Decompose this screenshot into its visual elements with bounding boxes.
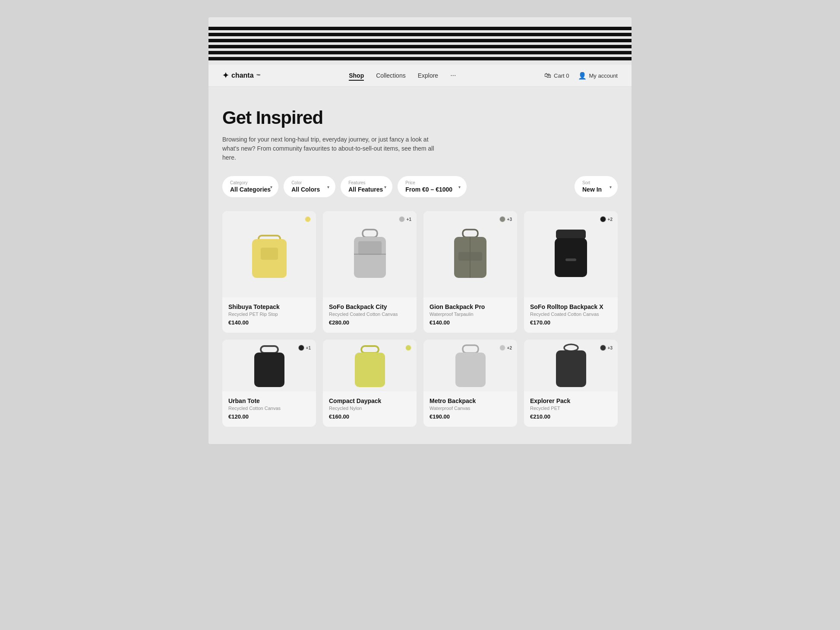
- product-info-6: Compact Daypack Recycled Nylon €160.00: [323, 391, 417, 427]
- color-swatch-7: +2: [499, 345, 512, 351]
- price-filter[interactable]: Price From €0 – €1000 ▾: [398, 176, 467, 197]
- bag-svg-7: [453, 342, 488, 389]
- color-swatch-4: +2: [600, 216, 613, 222]
- swatch-dot-3: [499, 216, 505, 222]
- sort-filter-label: Sort: [582, 180, 590, 185]
- product-card-1[interactable]: Shibuya Totepack Recycled PET Rip Stop €…: [222, 211, 316, 333]
- color-swatch-5: +1: [298, 345, 311, 351]
- color-filter-value: All Colors: [291, 186, 320, 193]
- product-name-7: Metro Backpack: [429, 397, 511, 404]
- color-swatch-6: [405, 345, 411, 351]
- product-info-5: Urban Tote Recycled Cotton Canvas €120.0…: [222, 391, 316, 427]
- svg-rect-11: [556, 230, 586, 239]
- product-price-2: €280.00: [329, 319, 411, 326]
- sort-filter-value: New In: [582, 186, 602, 193]
- account-button[interactable]: 👤 My account: [578, 72, 618, 80]
- nav-center: Shop Collections Explore ···: [349, 72, 456, 79]
- product-material-2: Recycled Coated Cotton Canvas: [329, 312, 411, 317]
- product-info-4: SoFo Rolltop Backpack X Recycled Coated …: [524, 297, 618, 333]
- swatch-extra-5: +1: [306, 346, 311, 350]
- page-wrapper: ✦ chanta™ Shop Collections Explore ··· 🛍…: [0, 0, 840, 461]
- product-name-5: Urban Tote: [228, 397, 310, 404]
- svg-rect-2: [261, 248, 278, 260]
- stripe-4: [208, 45, 632, 48]
- svg-rect-19: [455, 353, 486, 387]
- swatch-dot-7: [499, 345, 505, 351]
- product-card-2[interactable]: +1 SoFo Backpack City Recycled Coated Co…: [323, 211, 417, 333]
- color-filter-arrow: ▾: [327, 184, 329, 189]
- sort-filter[interactable]: Sort New In ▾: [575, 176, 618, 197]
- bag-svg-4: [553, 226, 589, 282]
- svg-rect-7: [463, 230, 478, 237]
- product-name-1: Shibuya Totepack: [228, 303, 310, 310]
- product-price-4: €170.00: [530, 319, 612, 326]
- product-material-7: Waterproof Canvas: [429, 406, 511, 411]
- product-card-8[interactable]: +3 Explorer Pack Recycled PET €210.00: [524, 340, 618, 427]
- bag-svg-8: [554, 342, 588, 389]
- category-filter-arrow: ▾: [270, 184, 272, 189]
- nav-shop[interactable]: Shop: [349, 72, 364, 79]
- nav-explore[interactable]: Explore: [418, 72, 438, 79]
- nav-more[interactable]: ···: [450, 72, 456, 79]
- product-material-6: Recycled Nylon: [329, 406, 411, 411]
- product-card-3[interactable]: +3 Gion Backpack Pro Waterproof Tarpauli…: [423, 211, 517, 333]
- svg-rect-14: [261, 346, 278, 353]
- svg-rect-17: [355, 353, 385, 387]
- bag-svg-2: [351, 226, 389, 282]
- svg-rect-13: [565, 258, 576, 261]
- swatch-dot-1: [305, 216, 311, 222]
- product-image-3: +3: [423, 211, 517, 297]
- product-image-8: +3: [524, 340, 618, 391]
- navbar: ✦ chanta™ Shop Collections Explore ··· 🛍…: [208, 65, 632, 87]
- product-card-6[interactable]: Compact Daypack Recycled Nylon €160.00: [323, 340, 417, 427]
- stripe-3: [208, 39, 632, 42]
- product-grid: Shibuya Totepack Recycled PET Rip Stop €…: [222, 211, 618, 427]
- category-filter-value: All Categories: [230, 186, 271, 193]
- product-name-6: Compact Daypack: [329, 397, 411, 404]
- product-name-3: Gion Backpack Pro: [429, 303, 511, 310]
- cart-icon: 🛍: [544, 72, 551, 79]
- stripe-5: [208, 51, 632, 54]
- category-filter-label: Category: [230, 180, 248, 185]
- nav-collections[interactable]: Collections: [376, 72, 405, 79]
- product-card-4[interactable]: +2 SoFo Rolltop Backpack X Recycled Coat…: [524, 211, 618, 333]
- cart-button[interactable]: 🛍 Cart 0: [544, 72, 569, 79]
- svg-rect-3: [363, 230, 377, 237]
- svg-rect-18: [463, 345, 478, 353]
- svg-rect-10: [458, 252, 482, 261]
- product-material-1: Recycled PET Rip Stop: [228, 312, 310, 317]
- color-filter[interactable]: Color All Colors ▾: [284, 176, 335, 197]
- product-info-1: Shibuya Totepack Recycled PET Rip Stop €…: [222, 297, 316, 333]
- product-name-2: SoFo Backpack City: [329, 303, 411, 310]
- product-image-5: +1: [222, 340, 316, 391]
- product-image-1: [222, 211, 316, 297]
- color-swatch-3: +3: [499, 216, 512, 222]
- product-material-4: Recycled Coated Cotton Canvas: [530, 312, 612, 317]
- product-image-4: +2: [524, 211, 618, 297]
- color-filter-label: Color: [291, 180, 302, 185]
- logo[interactable]: ✦ chanta™: [222, 71, 261, 80]
- product-card-5[interactable]: +1 Urban Tote Recycled Cotton Canvas €12…: [222, 340, 316, 427]
- swatch-dot-2: [399, 216, 405, 222]
- product-price-5: €120.00: [228, 413, 310, 420]
- cart-label: Cart 0: [554, 72, 569, 79]
- bag-svg-6: [353, 342, 387, 389]
- product-info-7: Metro Backpack Waterproof Canvas €190.00: [423, 391, 517, 427]
- features-filter-value: All Features: [348, 186, 383, 193]
- product-price-1: €140.00: [228, 319, 310, 326]
- product-material-3: Waterproof Tarpaulin: [429, 312, 511, 317]
- svg-point-20: [564, 344, 578, 351]
- swatch-dot-5: [298, 345, 304, 351]
- nav-right: 🛍 Cart 0 👤 My account: [544, 72, 618, 80]
- swatch-dot-6: [405, 345, 411, 351]
- swatch-dot-8: [600, 345, 606, 351]
- features-filter-label: Features: [348, 180, 365, 185]
- stripe-6: [208, 57, 632, 60]
- features-filter[interactable]: Features All Features ▾: [341, 176, 392, 197]
- product-material-5: Recycled Cotton Canvas: [228, 406, 310, 411]
- product-card-7[interactable]: +2 Metro Backpack Waterproof Canvas €190…: [423, 340, 517, 427]
- product-image-6: [323, 340, 417, 391]
- page-subtitle: Browsing for your next long-haul trip, e…: [222, 135, 447, 162]
- svg-rect-21: [556, 350, 586, 387]
- category-filter[interactable]: Category All Categories ▾: [222, 176, 278, 197]
